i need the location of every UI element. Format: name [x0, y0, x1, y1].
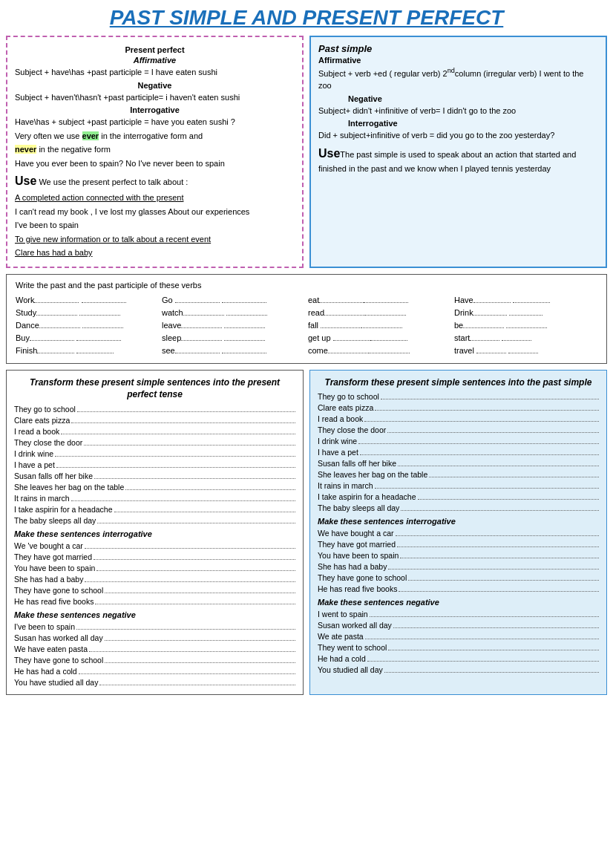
int-l-2: You have been to spain	[14, 563, 295, 572]
neg-r-text-4: He had a cold	[318, 654, 366, 663]
int-l-text-5: He has read five books	[14, 597, 94, 606]
sent-l-dots-7	[125, 482, 295, 490]
neg-l-text-3: They have gone to school	[14, 656, 103, 665]
sent-l-10: The baby sleeps all day	[14, 515, 295, 525]
pp-negative-text: Subject + haven't\hasn't +past participl…	[15, 91, 295, 104]
sent-r-9: I take aspirin for a headache	[318, 492, 599, 501]
neg-r-dots-4	[367, 653, 599, 662]
verb-leave: leave	[162, 319, 305, 330]
sent-r-text-5: I have a pet	[318, 448, 358, 457]
neg-l-dots-2	[89, 644, 295, 652]
sent-l-text-4: I drink wine	[14, 449, 53, 458]
ps-use-label: Use	[318, 147, 340, 160]
neg-r-5: You studied all day	[318, 665, 599, 674]
neg-l-text-2: We have eaten pasta	[14, 645, 88, 653]
neg-r-dots-5	[384, 665, 599, 673]
pp-negative-label: Negative	[15, 81, 295, 90]
sent-l-dots-6	[94, 471, 295, 479]
sent-l-text-3: They close the door	[14, 438, 82, 447]
int-l-3: She has had a baby	[14, 574, 295, 584]
neg-l-0: I've been to spain	[14, 621, 295, 631]
top-section: Present perfect Affirmative Subject + ha…	[6, 36, 607, 268]
neg-r-text-5: You studied all day	[318, 665, 383, 674]
sent-r-dots-5	[360, 447, 599, 455]
neg-l-4: He has had a cold	[14, 666, 295, 676]
verb-read: read	[308, 307, 451, 317]
neg-r-dots-2	[365, 631, 599, 639]
neg-l-dots-5	[99, 677, 295, 685]
sent-l-text-6: Susan falls off her bike	[14, 471, 93, 480]
sent-l-dots-5	[56, 460, 295, 468]
exercise-right-neg-title: Make these sentences negative	[318, 598, 599, 607]
int-l-0: We 've bought a car	[14, 541, 295, 550]
int-l-text-3: She has had a baby	[14, 575, 83, 584]
int-r-1: They have got married	[318, 539, 599, 549]
pp-interrogative-label: Interrogative	[15, 105, 295, 114]
verb-row-4: Buy sleep get up start	[16, 332, 597, 342]
verb-getup: get up	[308, 332, 451, 342]
sent-r-text-9: I take aspirin for a headache	[318, 492, 416, 501]
sent-r-10: The baby sleeps all day	[318, 503, 599, 512]
neg-l-dots-3	[105, 655, 295, 663]
sent-r-text-3: They close the door	[318, 425, 386, 434]
sent-r-dots-7	[429, 469, 599, 477]
neg-r-dots-3	[388, 642, 599, 650]
int-l-5: He has read five books	[14, 596, 295, 606]
verb-dance: Dance	[16, 319, 159, 330]
int-l-4: They have gone to school	[14, 585, 295, 595]
sent-r-text-10: The baby sleeps all day	[318, 503, 399, 512]
int-r-dots-2	[400, 550, 599, 558]
sent-l-dots-9	[114, 504, 295, 512]
verb-come: come	[308, 345, 451, 355]
sent-r-text-7: She leaves her bag on the table	[318, 470, 427, 479]
sent-l-text-10: The baby sleeps all day	[14, 516, 96, 525]
sent-r-1: Clare eats pizza	[318, 402, 599, 412]
sent-r-dots-4	[358, 436, 599, 444]
int-l-dots-4	[105, 585, 295, 593]
pp-use-item-0: A completed action connected with the pr…	[15, 192, 295, 204]
sent-l-text-9: I take aspirin for a headache	[14, 505, 113, 514]
int-r-dots-0	[396, 528, 599, 536]
verb-be: be	[454, 319, 597, 330]
sent-r-dots-2	[364, 414, 599, 422]
verb-row-1: Work Go eat Have	[16, 294, 597, 304]
verb-drink: Drink	[454, 307, 597, 317]
sent-l-1: Clare eats pizza	[14, 415, 295, 425]
pp-use-item-3: To give new information or to talk about…	[15, 233, 295, 246]
sent-l-dots-0	[77, 404, 295, 412]
exercise-right-int-title: Make these sentences interrogative	[318, 517, 599, 526]
exercise-left-neg-title: Make these sentences negative	[14, 610, 295, 619]
int-l-dots-1	[94, 552, 295, 560]
ps-interrogative-label: Interrogative	[318, 119, 598, 128]
int-r-dots-4	[408, 572, 599, 581]
pp-int-text2: Very often we use	[15, 131, 79, 140]
pp-use-line: Use We use the present perfect to talk a…	[15, 172, 295, 190]
sent-l-4: I drink wine	[14, 448, 295, 458]
verb-work: Work	[16, 294, 159, 304]
int-r-text-0: We have bought a car	[318, 529, 394, 538]
int-r-text-2: You have been to spain	[318, 551, 399, 560]
pp-int-text4: in the negative form	[39, 145, 111, 154]
ps-negative-label: Negative	[318, 94, 598, 103]
exercise-1-box: Write the past and the past participle o…	[6, 274, 607, 364]
int-r-text-5: He has read five books	[318, 584, 397, 593]
int-l-dots-2	[96, 563, 295, 571]
verb-finish: Finish	[16, 345, 159, 355]
sent-l-3: They close the door	[14, 437, 295, 447]
int-r-text-1: They have got married	[318, 540, 396, 549]
pp-never-line: never in the negative form	[15, 143, 295, 156]
sent-r-6: Susan falls off her bike	[318, 458, 599, 468]
verb-go: Go	[162, 294, 305, 304]
sent-r-7: She leaves her bag on the table	[318, 469, 599, 479]
pp-use-item-4: Clare has had a baby	[15, 247, 295, 259]
sent-r-dots-3	[387, 425, 599, 433]
sent-r-8: It rains in march	[318, 480, 599, 490]
ps-affirmative-text: Subject + verb +ed ( regular verb) 2ndco…	[318, 66, 598, 92]
sent-l-9: I take aspirin for a headache	[14, 504, 295, 514]
ps-negative-text: Subject+ didn't +infinitive of verb= I d…	[318, 105, 598, 117]
neg-l-dots-0	[76, 621, 295, 630]
sent-l-text-8: It rains in march	[14, 494, 70, 503]
present-perfect-box: Present perfect Affirmative Subject + ha…	[6, 36, 304, 268]
int-l-dots-0	[85, 541, 295, 549]
sent-r-text-8: It rains in march	[318, 481, 373, 490]
